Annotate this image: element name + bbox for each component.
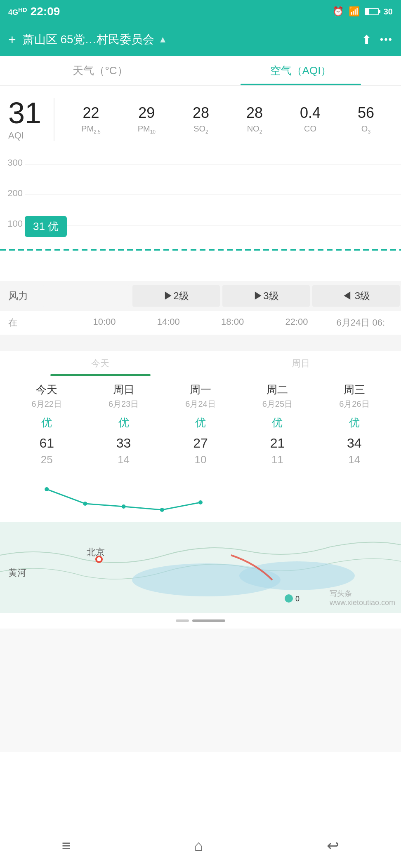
forecast-quality-2: 优: [195, 415, 206, 430]
aqi-main-value: 31 AQI: [8, 98, 54, 141]
week-tabs: 今天 周日: [0, 351, 401, 376]
map-pin: [285, 594, 293, 603]
forecast-date-2: 6月24日: [185, 399, 215, 410]
forecast-low-0: 25: [41, 453, 53, 466]
content-fill: [0, 629, 401, 752]
forecast-high-3: 21: [270, 436, 285, 451]
so2-label: SO2: [193, 124, 208, 135]
time-label-4: 22:00: [264, 317, 328, 329]
forecast-quality-4: 优: [349, 415, 360, 430]
home-button[interactable]: ⌂: [182, 833, 216, 859]
pm25-item: 22 PM2.5: [81, 104, 101, 135]
map-label-huanghe: 黄河: [8, 568, 26, 578]
mini-chart-dot-0: [45, 487, 49, 491]
forecast-high-2: 27: [193, 436, 208, 451]
forecast-date-4: 6月26日: [339, 399, 369, 410]
forecast-col-4: 周三 6月26日 优 34 14: [316, 376, 393, 473]
aqi-dashed-line: [0, 249, 401, 251]
o3-value: 56: [358, 104, 374, 122]
no2-item: 28 NO2: [246, 104, 263, 135]
forecast-date-0: 6月22日: [32, 399, 62, 410]
forecast-col-3: 周二 6月25日 优 21 11: [239, 376, 316, 473]
mini-forecast-chart: [0, 473, 401, 522]
location-arrow-icon: ▲: [158, 34, 167, 45]
forecast-quality-0: 优: [41, 415, 52, 430]
tabs: 天气（°C） 空气（AQI）: [0, 56, 401, 86]
battery-level: 30: [384, 7, 393, 16]
header-icons: ⬆ •••: [361, 33, 393, 47]
pm25-value: 22: [83, 104, 99, 122]
alarm-icon: ⏰: [333, 6, 344, 17]
forecast-high-1: 33: [116, 436, 131, 451]
forecast-col-1: 周日 6月23日 优 33 14: [85, 376, 162, 473]
aqi-current-badge: 31 优: [25, 216, 67, 237]
aqi-label: AQI: [8, 130, 24, 141]
header: + 萧山区 65党…村民委员会 ▲ ⬆ •••: [0, 23, 401, 56]
week-tab-sunday[interactable]: 周日: [200, 351, 401, 376]
pm25-label: PM2.5: [81, 124, 101, 135]
forecast-low-3: 11: [271, 453, 283, 466]
status-bar-left: 4GHD 22:09: [8, 5, 60, 18]
bottom-nav: ≡ ⌂ ↩: [0, 827, 401, 868]
status-bar-right: ⏰ 📶 30: [333, 6, 393, 17]
share-icon[interactable]: ⬆: [361, 33, 372, 47]
chart-label-100: 100: [0, 218, 23, 229]
mini-chart-dot-2: [122, 504, 126, 509]
forecast-low-1: 14: [118, 453, 130, 466]
time-label-1: 10:00: [72, 317, 136, 329]
forecast-low-4: 14: [348, 453, 360, 466]
wind-item-3: ◀ 3级: [312, 285, 400, 307]
more-icon[interactable]: •••: [380, 34, 393, 45]
forecast-col-0: 今天 6月22日 优 61 25: [8, 376, 85, 473]
forecast-col-2: 周一 6月24日 优 27 10: [162, 376, 239, 473]
chart-gridline-300: [25, 164, 401, 164]
tab-air[interactable]: 空气（AQI）: [200, 56, 401, 85]
aqi-numbers-section: 31 AQI 22 PM2.5 29 PM10 28 SO2 28 NO2 0.…: [0, 86, 401, 149]
status-time: 22:09: [31, 5, 60, 18]
status-bar: 4GHD 22:09 ⏰ 📶 30: [0, 0, 401, 23]
map-section: 黄河 北京 0 写头条www.xietoutiao.com: [0, 522, 401, 613]
forecast-low-2: 10: [195, 453, 207, 466]
tab-weather[interactable]: 天气（°C）: [0, 56, 200, 85]
co-item: 0.4 CO: [300, 104, 321, 135]
scroll-dot-2: [192, 619, 225, 622]
location-title: 萧山区 65党…村民委员会: [23, 32, 154, 47]
mini-chart-dot-4: [198, 500, 203, 504]
forecast-day-0: 今天: [36, 382, 57, 397]
forecast-date-1: 6月23日: [109, 399, 139, 410]
wind-item-2: ▶3级: [222, 285, 310, 307]
svg-point-3: [97, 557, 101, 561]
svg-point-2: [239, 561, 355, 590]
time-labels: 在 10:00 14:00 18:00 22:00 6月24日 06:: [0, 311, 401, 335]
aqi-chart: 300 200 100 31 优: [0, 149, 401, 281]
week-tab-today[interactable]: 今天: [0, 351, 200, 376]
forecast-day-row: 今天 6月22日 优 61 25 周日 6月23日 优 33 14 周一 6月2…: [4, 376, 397, 473]
mini-chart-dot-3: [160, 508, 164, 512]
forecast-high-4: 34: [347, 436, 362, 451]
battery-icon: [365, 8, 379, 15]
wind-item-0: [42, 285, 130, 307]
menu-button[interactable]: ≡: [50, 833, 83, 859]
scroll-indicator: [0, 613, 401, 629]
wind-item-1: ▶2级: [132, 285, 220, 307]
mini-chart-dot-1: [83, 502, 87, 506]
time-label-5: 6月24日 06:: [329, 317, 393, 329]
time-label-0: 在: [8, 317, 72, 329]
forecast-day-4: 周三: [344, 382, 365, 397]
wind-label: 风力: [0, 289, 41, 303]
svg-text:0: 0: [295, 595, 300, 603]
forecast-day-2: 周一: [190, 382, 211, 397]
chart-gridline-200: [25, 195, 401, 195]
aqi-value: 31: [8, 98, 41, 128]
back-button[interactable]: ↩: [314, 833, 351, 859]
chart-label-200: 200: [0, 188, 23, 199]
pm10-item: 29 PM10: [138, 104, 156, 135]
forecast-day-1: 周日: [113, 382, 134, 397]
add-icon[interactable]: +: [8, 32, 16, 47]
section-spacer: [0, 335, 401, 351]
forecast-day-3: 周二: [267, 382, 288, 397]
watermark: 写头条www.xietoutiao.com: [330, 589, 395, 607]
aqi-details: 22 PM2.5 29 PM10 28 SO2 28 NO2 0.4 CO 56…: [63, 104, 393, 135]
pm10-value: 29: [138, 104, 155, 122]
header-title: 萧山区 65党…村民委员会 ▲: [23, 32, 355, 47]
